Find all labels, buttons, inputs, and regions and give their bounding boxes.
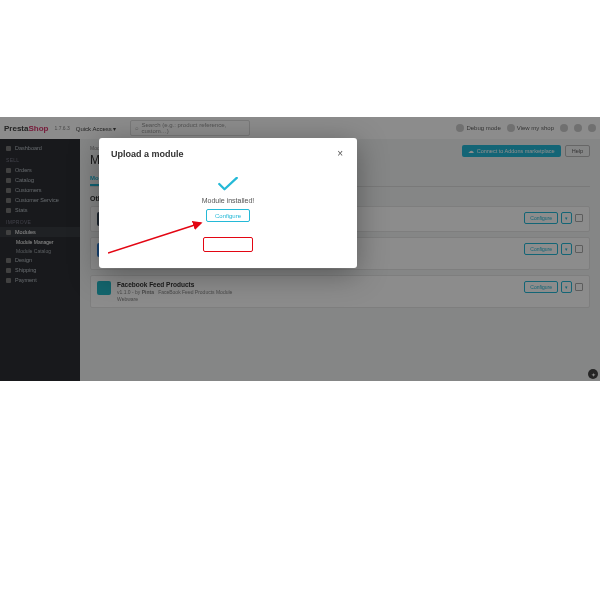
modal-title: Upload a module bbox=[111, 149, 184, 159]
annotation-highlight bbox=[203, 237, 253, 252]
modal-close-button[interactable]: × bbox=[335, 148, 345, 159]
upload-module-modal: Upload a module × Module installed! Conf… bbox=[99, 138, 357, 268]
success-check-icon bbox=[217, 177, 239, 191]
modal-configure-button[interactable]: Configure bbox=[206, 209, 250, 222]
app-root: PrestaShop 1.7.6.3 Quick Access ▾ ⌕ Sear… bbox=[0, 117, 600, 381]
modal-message: Module installed! bbox=[202, 197, 255, 204]
